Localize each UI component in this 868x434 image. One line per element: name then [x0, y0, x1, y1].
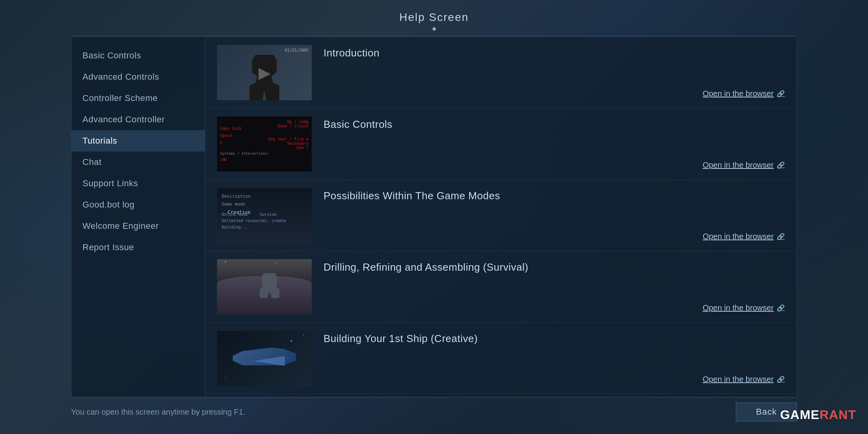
external-link-icon-4: 🔗 — [777, 304, 785, 312]
gamerant-game-text: GAME — [780, 408, 819, 422]
thumbnail-introduction: 01/25/2005 — [217, 45, 312, 100]
sidebar-item-report-issue[interactable]: Report Issue — [71, 237, 205, 258]
external-link-icon: 🔗 — [777, 90, 785, 97]
sidebar-item-basic-controls[interactable]: Basic Controls — [71, 45, 205, 66]
tutorial-item-game-modes: Description Game mode Creative Online mo… — [205, 180, 797, 251]
external-link-icon-5: 🔗 — [777, 376, 785, 383]
open-browser-introduction[interactable]: Open in the browser 🔗 — [703, 89, 785, 98]
open-browser-drilling[interactable]: Open in the browser 🔗 — [703, 303, 785, 312]
title-diamond: ◆ — [71, 25, 797, 32]
screen-title: Help Screen — [71, 11, 797, 24]
sidebar-item-welcome-engineer[interactable]: Welcome Engineer — [71, 215, 205, 237]
gamerant-logo: GAMERANT — [780, 408, 856, 422]
tutorial-item-introduction: 01/25/2005 Introduction Open in the brow… — [205, 37, 797, 108]
tutorial-item-drilling: Drilling, Refining and Assembling (Survi… — [205, 251, 797, 323]
tutorial-title-introduction: Introduction — [324, 47, 785, 59]
tutorial-info-basic-controls: Basic Controls Open in the browser 🔗 — [324, 116, 785, 172]
content-area: Basic Controls Advanced Controls Control… — [71, 37, 797, 397]
sidebar-item-chat[interactable]: Chat — [71, 152, 205, 173]
external-link-icon-2: 🔗 — [777, 161, 785, 169]
tutorial-title-drilling: Drilling, Refining and Assembling (Survi… — [324, 261, 785, 273]
thumb-right-text: Up / JumpDown / CrouchUse tool / Fire wS… — [268, 120, 309, 150]
sidebar-item-tutorials[interactable]: Tutorials — [71, 130, 205, 152]
thumbnail-drilling — [217, 259, 312, 314]
tutorial-info-game-modes: Possibilities Within The Game Modes Open… — [324, 188, 785, 243]
tutorials-panel[interactable]: 01/25/2005 Introduction Open in the brow… — [205, 37, 797, 397]
thumbnail-ship-building — [217, 331, 312, 386]
tutorial-info-ship-building: Building Your 1st Ship (Creative) Open i… — [324, 331, 785, 386]
sidebar-item-controller-scheme[interactable]: Controller Scheme — [71, 88, 205, 109]
open-browser-game-modes[interactable]: Open in the browser 🔗 — [703, 232, 785, 241]
thumbnail-game-modes: Description Game mode Creative Online mo… — [217, 188, 312, 243]
tutorial-title-game-modes: Possibilities Within The Game Modes — [324, 190, 785, 202]
main-container: Help Screen ◆ Basic Controls Advanced Co… — [71, 8, 797, 426]
sidebar: Basic Controls Advanced Controls Control… — [71, 37, 205, 397]
tutorial-info-introduction: Introduction Open in the browser 🔗 — [324, 45, 785, 100]
thumbnail-basic-controls: Caps Lock Space C Systems / Interactions… — [217, 116, 312, 172]
sidebar-item-advanced-controller[interactable]: Advanced Controller — [71, 109, 205, 130]
gamerant-rant-text: RANT — [819, 408, 856, 422]
sidebar-item-advanced-controls[interactable]: Advanced Controls — [71, 66, 205, 88]
bottom-bar: You can open this screen anytime by pres… — [71, 397, 797, 426]
title-bar: Help Screen ◆ — [71, 8, 797, 36]
tutorial-item-basic-controls: Caps Lock Space C Systems / Interactions… — [205, 108, 797, 180]
sidebar-item-support-links[interactable]: Support Links — [71, 173, 205, 194]
hint-text: You can open this screen anytime by pres… — [71, 408, 245, 417]
external-link-icon-3: 🔗 — [777, 233, 785, 240]
tutorial-title-basic-controls: Basic Controls — [324, 118, 785, 131]
tutorial-info-drilling: Drilling, Refining and Assembling (Survi… — [324, 259, 785, 314]
open-browser-ship-building[interactable]: Open in the browser 🔗 — [703, 375, 785, 384]
tutorial-title-ship-building: Building Your 1st Ship (Creative) — [324, 333, 785, 345]
tutorial-item-ship-building: Building Your 1st Ship (Creative) Open i… — [205, 323, 797, 394]
open-browser-basic-controls[interactable]: Open in the browser 🔗 — [703, 161, 785, 170]
sidebar-item-goodbot-log[interactable]: Good.bot log — [71, 194, 205, 215]
